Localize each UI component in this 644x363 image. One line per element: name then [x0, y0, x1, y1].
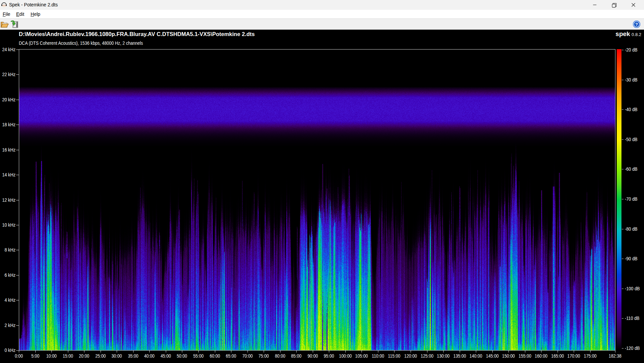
svg-text:?: ? [635, 22, 638, 27]
